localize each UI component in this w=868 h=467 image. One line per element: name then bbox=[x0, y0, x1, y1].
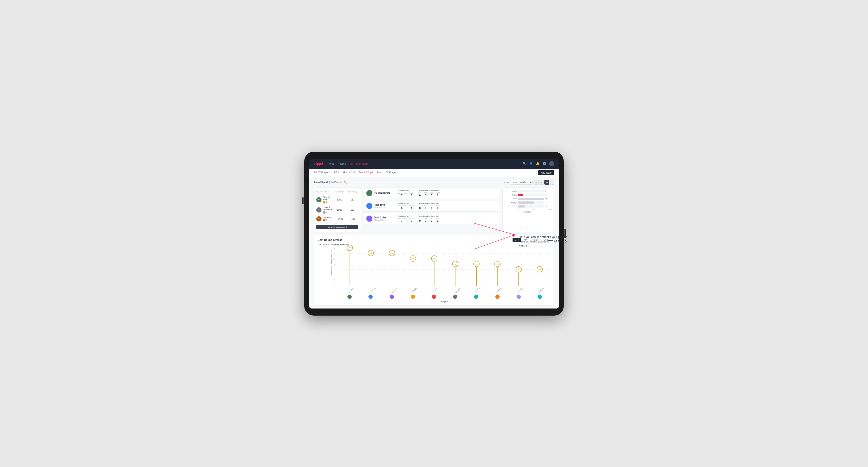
export-btn[interactable]: ⬆ bbox=[550, 180, 554, 185]
nav-right: 🔍 👤 🔔 ⚙️ U bbox=[523, 161, 554, 166]
bar-row-bogeys: Bogeys 311 bbox=[505, 201, 552, 204]
annotation-text: Here you can see streaks your players ha… bbox=[519, 235, 571, 249]
player-x-item: C. Quick bbox=[529, 287, 550, 299]
streaks-title-text: Best Round Streaks bbox=[318, 239, 342, 241]
avatar-edward: EC bbox=[316, 207, 321, 213]
streak-bar-line bbox=[392, 253, 392, 285]
card-avatar-rees bbox=[366, 203, 372, 209]
player-x-avatar bbox=[495, 294, 500, 299]
streak-bubble: 5x bbox=[431, 255, 437, 261]
person-icon[interactable]: 👤 bbox=[529, 162, 533, 165]
bar-fill-pars bbox=[518, 198, 544, 200]
streak-column: 7x bbox=[339, 248, 361, 286]
list-view-btn[interactable]: ≡ bbox=[539, 180, 544, 185]
add-team-button[interactable]: Add Team bbox=[538, 170, 554, 175]
player-x-avatar bbox=[411, 294, 415, 299]
search-icon[interactable]: 🔍 bbox=[523, 162, 526, 165]
table-row: C Cameron... ♥ 3 17/20 bbox=[316, 215, 358, 223]
col-pb-score: PB SCORE bbox=[332, 191, 346, 193]
grid-view-btn[interactable]: ⊞ bbox=[534, 180, 539, 185]
gold-badge: ♥ bbox=[323, 201, 326, 204]
streak-bubble: 3x bbox=[516, 266, 522, 272]
table-header: PLAYER NAME PB SCORE PB AVG SQ bbox=[316, 190, 358, 194]
streak-bar-line bbox=[476, 264, 477, 285]
y-ticks: 7 6 5 4 3 2 1 0 bbox=[334, 248, 339, 286]
bell-icon[interactable]: 🔔 bbox=[536, 162, 540, 165]
sub-nav-all-players[interactable]: All Players bbox=[385, 169, 398, 176]
nav-teams[interactable]: Teams bbox=[338, 162, 346, 165]
col-player-name: PLAYER NAME bbox=[316, 191, 332, 193]
player-x-avatar bbox=[537, 294, 542, 299]
streak-bar-line bbox=[413, 258, 413, 285]
player-x-avatar bbox=[474, 294, 478, 299]
player-x-item: M. Miller bbox=[487, 287, 508, 299]
view-leaderboard-button[interactable]: View Full Leaderboard bbox=[316, 225, 358, 229]
svg-line-0 bbox=[474, 235, 514, 249]
streak-column: 4x bbox=[445, 248, 466, 286]
streak-bubble: 6x bbox=[368, 250, 374, 256]
player-x-avatar bbox=[432, 294, 436, 299]
bar-fill-double bbox=[518, 205, 525, 208]
bar-chart: Eagles 3 Birdies bbox=[505, 190, 552, 208]
y-axis-label: Best Streak, Fairway Accuracy bbox=[331, 250, 333, 276]
streaks-chart-wrapper: Best Streak, Fairway Accuracy 7 6 5 4 3 … bbox=[334, 248, 550, 303]
streak-bubble: 7x bbox=[347, 245, 353, 251]
nav-links: Home Teams My Performance bbox=[328, 162, 368, 165]
svg-line-1 bbox=[474, 223, 516, 235]
streak-bar-line bbox=[349, 248, 350, 286]
streak-column: 3x bbox=[529, 248, 551, 286]
sub-nav-pgat[interactable]: PGAT Players bbox=[314, 169, 330, 176]
player-x-item: D. Billingham bbox=[381, 287, 402, 299]
bar-row-eagles: Eagles 3 bbox=[505, 190, 552, 192]
edit-icon[interactable]: ✏️ bbox=[344, 181, 347, 184]
streak-column: 6x bbox=[381, 248, 403, 286]
player-x-item: R. Butler bbox=[508, 287, 529, 299]
sub-nav-hcaps[interactable]: Hcaps 1-5 bbox=[343, 169, 355, 176]
player-card-rees: Rees Britt 02 Sep 2023 Total Rounds To bbox=[363, 200, 500, 212]
player-card-richard: Richard Butler Total Rounds Tournament bbox=[363, 187, 500, 199]
chart-axis: 0 200 400 bbox=[505, 209, 552, 210]
player-x-item: E. Crossman bbox=[445, 287, 466, 299]
bar-row-double: D. Bogeys + 131 bbox=[505, 205, 552, 208]
bronze-badge: ♥ bbox=[323, 219, 326, 221]
avatar-cameron: C bbox=[316, 216, 321, 221]
streak-bubble: 3x bbox=[536, 266, 543, 272]
player-x-item: E. Elwert bbox=[339, 287, 360, 299]
avatar[interactable]: U bbox=[549, 161, 554, 166]
arrow-indicator: ← bbox=[344, 238, 347, 242]
avatar-richard: RB bbox=[316, 197, 321, 203]
nav-my-performance[interactable]: My Performance bbox=[349, 162, 369, 165]
logo: clippd bbox=[314, 162, 323, 165]
bar-fill-bogeys bbox=[518, 201, 534, 204]
team-title-row: Team Clippd | 14 Players ✏️ bbox=[314, 181, 347, 184]
silver-badge: ♥ bbox=[323, 211, 326, 214]
streak-bar-line bbox=[371, 253, 371, 285]
top-nav: clippd Home Teams My Performance 🔍 👤 🔔 ⚙… bbox=[309, 159, 559, 168]
section-header: Team Clippd | 14 Players ✏️ Show Last 3 … bbox=[314, 180, 554, 185]
chart-x-label: Total Shots bbox=[505, 211, 552, 213]
player-x-item: D. Ford bbox=[466, 287, 487, 299]
view-icons: ⊞ ≡ ▦ ⬆ bbox=[534, 180, 554, 185]
bar-fill-eagles bbox=[518, 190, 518, 192]
sub-nav-pga[interactable]: PGA bbox=[334, 169, 339, 176]
player-x-item: B. McHerg bbox=[360, 287, 381, 299]
player-x-item: R. Britt bbox=[423, 287, 445, 299]
nav-home[interactable]: Home bbox=[328, 162, 334, 165]
sub-nav-team-clippd[interactable]: Team Clippd bbox=[359, 169, 373, 176]
player-x-axis: E. ElwertB. McHergD. BillinghamJ. ColesR… bbox=[339, 287, 550, 299]
time-filter-dropdown[interactable]: Last 3 months bbox=[510, 180, 533, 185]
player-x-item: J. Coles bbox=[402, 287, 424, 299]
team-title: Team Clippd | 14 Players bbox=[314, 181, 342, 184]
player-x-avatar bbox=[347, 294, 352, 299]
card-view-btn[interactable]: ▦ bbox=[545, 180, 549, 185]
players-label: Players bbox=[339, 300, 550, 303]
settings-icon[interactable]: ⚙️ bbox=[542, 162, 546, 165]
sub-nav-tour[interactable]: Tour bbox=[377, 169, 382, 176]
streak-bubble: 6x bbox=[389, 250, 395, 256]
streak-bar-line bbox=[455, 264, 456, 285]
table-row: EC Edward Crossman ♥ 2 1 bbox=[316, 205, 358, 215]
streak-bubble: 4x bbox=[452, 261, 458, 267]
bar-row-pars: Pars 499 bbox=[505, 198, 552, 200]
show-controls: Show Last 3 months ⊞ ≡ ▦ ⬆ bbox=[503, 180, 554, 185]
col-pb-avg: PB AVG SQ bbox=[346, 191, 358, 193]
